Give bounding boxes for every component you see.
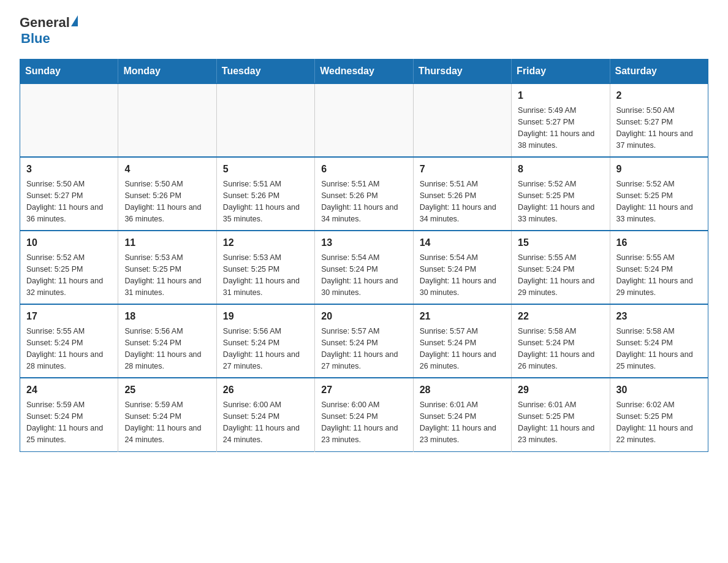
calendar-week-row: 17Sunrise: 5:55 AM Sunset: 5:24 PM Dayli… [20,304,708,378]
day-number: 21 [420,310,505,323]
calendar-cell: 14Sunrise: 5:54 AM Sunset: 5:24 PM Dayli… [413,231,511,304]
day-number: 7 [420,163,505,176]
calendar-cell: 27Sunrise: 6:00 AM Sunset: 5:24 PM Dayli… [315,378,413,451]
calendar-cell: 8Sunrise: 5:52 AM Sunset: 5:25 PM Daylig… [512,157,610,231]
calendar-cell [413,83,511,157]
day-number: 20 [321,310,406,323]
calendar-week-row: 1Sunrise: 5:49 AM Sunset: 5:27 PM Daylig… [20,83,708,157]
calendar-cell: 15Sunrise: 5:55 AM Sunset: 5:24 PM Dayli… [512,231,610,304]
day-number: 28 [420,383,505,397]
day-number: 14 [420,236,505,250]
calendar-cell: 24Sunrise: 5:59 AM Sunset: 5:24 PM Dayli… [20,378,118,451]
day-number: 17 [26,310,112,323]
day-info: Sunrise: 5:51 AM Sunset: 5:26 PM Dayligh… [223,178,308,224]
calendar-cell: 7Sunrise: 5:51 AM Sunset: 5:26 PM Daylig… [413,157,511,231]
calendar-cell: 2Sunrise: 5:50 AM Sunset: 5:27 PM Daylig… [610,83,708,157]
day-info: Sunrise: 6:01 AM Sunset: 5:25 PM Dayligh… [518,399,603,445]
calendar-cell: 10Sunrise: 5:52 AM Sunset: 5:25 PM Dayli… [20,231,118,304]
day-info: Sunrise: 5:55 AM Sunset: 5:24 PM Dayligh… [26,326,112,372]
day-number: 12 [223,236,308,250]
day-number: 2 [616,89,702,102]
day-info: Sunrise: 6:02 AM Sunset: 5:25 PM Dayligh… [616,399,702,445]
calendar-cell: 20Sunrise: 5:57 AM Sunset: 5:24 PM Dayli… [315,304,413,378]
day-info: Sunrise: 5:49 AM Sunset: 5:27 PM Dayligh… [518,105,603,151]
logo-general-text: General [20,15,70,31]
day-number: 18 [124,310,210,323]
calendar-week-row: 24Sunrise: 5:59 AM Sunset: 5:24 PM Dayli… [20,378,708,451]
day-number: 25 [124,383,210,397]
day-number: 13 [321,236,406,250]
day-info: Sunrise: 5:51 AM Sunset: 5:26 PM Dayligh… [321,178,406,224]
day-number: 30 [616,383,702,397]
calendar-cell: 19Sunrise: 5:56 AM Sunset: 5:24 PM Dayli… [216,304,314,378]
calendar-cell: 26Sunrise: 6:00 AM Sunset: 5:24 PM Dayli… [216,378,314,451]
day-info: Sunrise: 5:56 AM Sunset: 5:24 PM Dayligh… [223,326,308,372]
day-number: 8 [518,163,603,176]
day-number: 27 [321,383,406,397]
calendar-cell: 21Sunrise: 5:57 AM Sunset: 5:24 PM Dayli… [413,304,511,378]
calendar-cell: 13Sunrise: 5:54 AM Sunset: 5:24 PM Dayli… [315,231,413,304]
calendar-cell [315,83,413,157]
logo: General Blue [20,15,78,47]
day-info: Sunrise: 5:50 AM Sunset: 5:27 PM Dayligh… [616,105,702,151]
calendar-cell: 29Sunrise: 6:01 AM Sunset: 5:25 PM Dayli… [512,378,610,451]
day-number: 6 [321,163,406,176]
day-number: 15 [518,236,603,250]
calendar-cell: 1Sunrise: 5:49 AM Sunset: 5:27 PM Daylig… [512,83,610,157]
calendar-week-row: 10Sunrise: 5:52 AM Sunset: 5:25 PM Dayli… [20,231,708,304]
day-header-saturday: Saturday [610,59,708,84]
day-info: Sunrise: 5:52 AM Sunset: 5:25 PM Dayligh… [26,252,112,298]
calendar-cell: 22Sunrise: 5:58 AM Sunset: 5:24 PM Dayli… [512,304,610,378]
logo-triangle-icon [71,15,78,26]
day-info: Sunrise: 5:50 AM Sunset: 5:27 PM Dayligh… [26,178,112,224]
calendar-cell: 11Sunrise: 5:53 AM Sunset: 5:25 PM Dayli… [118,231,216,304]
day-number: 19 [223,310,308,323]
day-number: 4 [124,163,210,176]
day-info: Sunrise: 5:53 AM Sunset: 5:25 PM Dayligh… [124,252,210,298]
day-info: Sunrise: 5:55 AM Sunset: 5:24 PM Dayligh… [518,252,603,298]
day-info: Sunrise: 6:01 AM Sunset: 5:24 PM Dayligh… [420,399,505,445]
day-header-friday: Friday [512,59,610,84]
day-number: 22 [518,310,603,323]
day-number: 10 [26,236,112,250]
calendar-cell: 6Sunrise: 5:51 AM Sunset: 5:26 PM Daylig… [315,157,413,231]
calendar-cell: 4Sunrise: 5:50 AM Sunset: 5:26 PM Daylig… [118,157,216,231]
day-number: 16 [616,236,702,250]
calendar-cell: 17Sunrise: 5:55 AM Sunset: 5:24 PM Dayli… [20,304,118,378]
day-info: Sunrise: 5:58 AM Sunset: 5:24 PM Dayligh… [616,326,702,372]
day-info: Sunrise: 5:52 AM Sunset: 5:25 PM Dayligh… [616,178,702,224]
day-info: Sunrise: 5:57 AM Sunset: 5:24 PM Dayligh… [420,326,505,372]
calendar-week-row: 3Sunrise: 5:50 AM Sunset: 5:27 PM Daylig… [20,157,708,231]
day-header-thursday: Thursday [413,59,511,84]
calendar-cell [20,83,118,157]
day-number: 29 [518,383,603,397]
calendar-cell: 5Sunrise: 5:51 AM Sunset: 5:26 PM Daylig… [216,157,314,231]
day-info: Sunrise: 5:55 AM Sunset: 5:24 PM Dayligh… [616,252,702,298]
logo-blue-text: Blue [21,31,50,47]
calendar-cell [216,83,314,157]
day-number: 9 [616,163,702,176]
day-number: 26 [223,383,308,397]
day-number: 5 [223,163,308,176]
calendar-table: SundayMondayTuesdayWednesdayThursdayFrid… [20,59,708,452]
calendar-cell: 28Sunrise: 6:01 AM Sunset: 5:24 PM Dayli… [413,378,511,451]
calendar-cell: 30Sunrise: 6:02 AM Sunset: 5:25 PM Dayli… [610,378,708,451]
day-info: Sunrise: 5:51 AM Sunset: 5:26 PM Dayligh… [420,178,505,224]
calendar-cell: 16Sunrise: 5:55 AM Sunset: 5:24 PM Dayli… [610,231,708,304]
calendar-cell: 18Sunrise: 5:56 AM Sunset: 5:24 PM Dayli… [118,304,216,378]
day-number: 1 [518,89,603,102]
day-info: Sunrise: 5:54 AM Sunset: 5:24 PM Dayligh… [420,252,505,298]
calendar-cell [118,83,216,157]
day-info: Sunrise: 5:57 AM Sunset: 5:24 PM Dayligh… [321,326,406,372]
calendar-cell: 23Sunrise: 5:58 AM Sunset: 5:24 PM Dayli… [610,304,708,378]
day-info: Sunrise: 5:54 AM Sunset: 5:24 PM Dayligh… [321,252,406,298]
day-header-wednesday: Wednesday [315,59,413,84]
calendar-cell: 3Sunrise: 5:50 AM Sunset: 5:27 PM Daylig… [20,157,118,231]
day-info: Sunrise: 6:00 AM Sunset: 5:24 PM Dayligh… [223,399,308,445]
day-header-tuesday: Tuesday [216,59,314,84]
day-number: 11 [124,236,210,250]
day-header-sunday: Sunday [20,59,118,84]
day-info: Sunrise: 5:59 AM Sunset: 5:24 PM Dayligh… [26,399,112,445]
day-number: 24 [26,383,112,397]
day-info: Sunrise: 5:58 AM Sunset: 5:24 PM Dayligh… [518,326,603,372]
